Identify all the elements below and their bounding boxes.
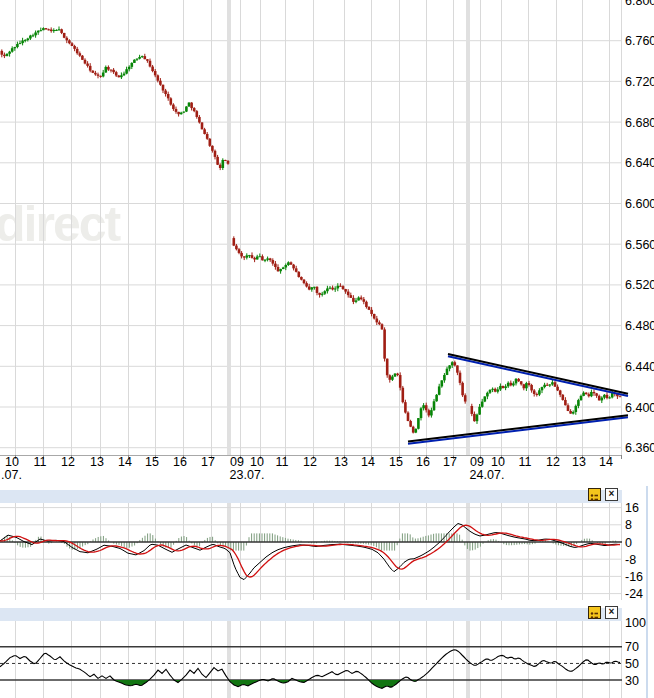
- svg-text:14: 14: [118, 455, 132, 469]
- svg-text:70: 70: [625, 640, 639, 654]
- svg-text:17: 17: [201, 455, 215, 469]
- svg-text:10: 10: [491, 455, 505, 469]
- svg-text:.07.: .07.: [1, 468, 22, 482]
- svg-text:10: 10: [5, 455, 19, 469]
- chart-canvas: 1011121314151617091011121314151617091011…: [0, 0, 654, 698]
- svg-text:6.680: 6.680: [625, 116, 654, 130]
- svg-text:6.480: 6.480: [625, 319, 654, 333]
- svg-text:11: 11: [276, 455, 289, 469]
- panel-right-border: [646, 486, 648, 698]
- trendline-lower: [408, 415, 628, 441]
- indicator2-close-button[interactable]: ×: [605, 606, 618, 619]
- trendlines[interactable]: [408, 354, 628, 444]
- svg-text:12: 12: [546, 455, 560, 469]
- rsi-line: [0, 650, 620, 689]
- svg-text:0: 0: [625, 536, 632, 550]
- close-icon: ×: [609, 488, 615, 499]
- price-axis: 6.8006.7606.7206.6806.6406.6006.5606.520…: [625, 0, 654, 455]
- svg-text:12: 12: [61, 455, 75, 469]
- svg-text:-8: -8: [625, 553, 636, 567]
- svg-text:8: 8: [625, 518, 632, 532]
- svg-text:100: 100: [625, 616, 646, 630]
- indicator2-axis: 100705030: [625, 616, 646, 688]
- svg-text:11: 11: [519, 455, 532, 469]
- svg-text:09: 09: [230, 455, 244, 469]
- price-grid: [0, 0, 622, 455]
- svg-text:30: 30: [625, 674, 639, 688]
- svg-text:11: 11: [34, 455, 47, 469]
- svg-text:13: 13: [90, 455, 104, 469]
- svg-text:-16: -16: [625, 570, 643, 584]
- svg-text:15: 15: [145, 455, 159, 469]
- svg-text:13: 13: [334, 455, 348, 469]
- chart-properties-icon: [589, 610, 600, 621]
- svg-text:-24: -24: [625, 587, 643, 601]
- chart-application-window: direct 101112131415161709101112131415161…: [0, 0, 654, 698]
- indicator2-grid: [16, 621, 622, 698]
- svg-text:6.560: 6.560: [625, 238, 654, 252]
- svg-text:14: 14: [599, 455, 613, 469]
- svg-text:16: 16: [173, 455, 187, 469]
- day-separator-bands: [227, 0, 470, 455]
- svg-text:6.600: 6.600: [625, 197, 654, 211]
- svg-text:12: 12: [303, 455, 317, 469]
- svg-text:6.720: 6.720: [625, 75, 654, 89]
- svg-text:6.800: 6.800: [625, 0, 654, 8]
- svg-text:09: 09: [470, 455, 484, 469]
- close-icon: ×: [609, 606, 615, 617]
- svg-text:24.07.: 24.07.: [470, 468, 505, 482]
- svg-text:50: 50: [625, 657, 639, 671]
- trendline-upper: [448, 354, 628, 394]
- indicator1-settings-button[interactable]: [588, 488, 601, 501]
- svg-text:16: 16: [625, 501, 639, 515]
- svg-text:6.640: 6.640: [625, 156, 654, 170]
- indicator1-axis: 1680-8-16-24: [625, 501, 643, 601]
- svg-text:10: 10: [250, 455, 264, 469]
- svg-text:6.760: 6.760: [625, 34, 654, 48]
- svg-text:17: 17: [443, 455, 457, 469]
- svg-text:6.400: 6.400: [625, 401, 654, 415]
- svg-text:13: 13: [572, 455, 586, 469]
- svg-text:6.520: 6.520: [625, 278, 654, 292]
- svg-text:6.440: 6.440: [625, 360, 654, 374]
- indicator1-close-button[interactable]: ×: [605, 488, 618, 501]
- svg-text:6.360: 6.360: [625, 441, 654, 455]
- svg-text:16: 16: [416, 455, 430, 469]
- svg-text:14: 14: [361, 455, 375, 469]
- indicator1-panel-header: [0, 490, 622, 503]
- chart-properties-icon: [589, 492, 600, 503]
- indicator2-settings-button[interactable]: [588, 606, 601, 619]
- svg-text:15: 15: [389, 455, 403, 469]
- indicator2-panel-header: [0, 608, 622, 621]
- svg-text:23.07.: 23.07.: [230, 468, 265, 482]
- time-axis: 1011121314151617091011121314151617091011…: [0, 455, 622, 482]
